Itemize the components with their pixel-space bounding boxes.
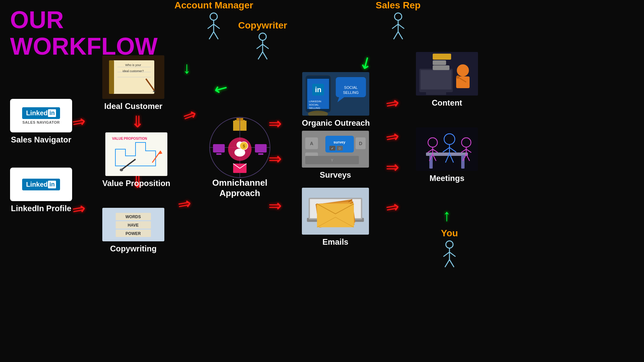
account-manager-figure xyxy=(204,12,224,42)
ideal-customer-card: Who is your ideal customer? Ideal Custom… xyxy=(102,55,164,111)
svg-text:SOCIAL: SOCIAL xyxy=(344,85,358,89)
svg-point-41 xyxy=(120,169,123,171)
svg-line-16 xyxy=(393,32,398,40)
sales-rep-label: Sales Rep xyxy=(376,0,421,11)
copywriting-image: WORDS HAVE POWER xyxy=(102,208,164,241)
svg-rect-115 xyxy=(461,155,465,169)
svg-text:HAVE: HAVE xyxy=(128,223,139,228)
red-arrow-organic-content: ⇒ xyxy=(384,93,400,114)
you-figure xyxy=(439,240,460,270)
sales-navigator-image: Linked in SALES NAVIGATOR xyxy=(10,99,72,132)
red-arrow-organic-survey: ⇒ xyxy=(384,126,400,147)
value-proposition-label: Value Proposition xyxy=(102,179,170,188)
svg-line-8 xyxy=(257,44,263,49)
svg-point-105 xyxy=(457,64,469,76)
copywriting-card: WORDS HAVE POWER Copywriting xyxy=(102,208,164,253)
svg-rect-26 xyxy=(109,60,114,94)
linkedin-profile-image: Linked in xyxy=(10,168,72,201)
svg-text:survey: survey xyxy=(333,140,345,144)
svg-line-10 xyxy=(258,52,263,60)
linkedin-profile-label: LinkedIn Profile xyxy=(11,204,71,213)
green-arrow-copy: ↙ xyxy=(211,77,232,100)
green-arrow-salesrep: ↙ xyxy=(355,51,376,74)
svg-point-6 xyxy=(259,33,266,41)
svg-text:SOCIAL: SOCIAL xyxy=(309,103,319,106)
svg-text:ideal customer?: ideal customer? xyxy=(122,69,144,73)
svg-line-20 xyxy=(443,252,449,257)
svg-text:PROPOSITION: PROPOSITION xyxy=(124,137,147,140)
surveys-label: Surveys xyxy=(320,170,351,180)
sales-rep-person: Sales Rep xyxy=(376,0,421,42)
svg-rect-62 xyxy=(255,144,267,153)
svg-line-11 xyxy=(263,52,267,60)
svg-point-12 xyxy=(394,13,402,20)
svg-text:POWER: POWER xyxy=(125,231,141,236)
green-arrow-account: ↓ xyxy=(183,59,191,77)
svg-line-9 xyxy=(263,44,269,49)
organic-outreach-image: in LINKEDIN SOCIAL SELLING SOCIAL SELLIN… xyxy=(302,72,369,116)
you-label: You xyxy=(441,228,458,239)
svg-line-3 xyxy=(214,24,220,29)
meetings-card: Meetings xyxy=(416,127,478,183)
svg-text:WORDS: WORDS xyxy=(125,215,141,219)
svg-rect-104 xyxy=(426,92,446,95)
meetings-label: Meetings xyxy=(429,174,464,183)
svg-point-111 xyxy=(456,75,460,79)
sales-navigator-label: Sales Navigator xyxy=(11,135,71,144)
copywriter-figure xyxy=(253,32,273,62)
sales-rep-figure xyxy=(388,12,408,42)
svg-text:D: D xyxy=(339,147,341,150)
value-proposition-card: VALUE PROPOSITION Value Proposition xyxy=(102,132,170,188)
emails-label: Emails xyxy=(322,237,348,247)
red-arrow-email-right: ⇒ xyxy=(384,197,400,218)
title-line1: OUR xyxy=(10,7,158,33)
emails-image xyxy=(302,188,369,235)
svg-line-15 xyxy=(398,24,404,29)
content-card: Content xyxy=(416,52,478,108)
svg-text:VALUE: VALUE xyxy=(112,137,123,140)
value-proposition-image: VALUE PROPOSITION xyxy=(105,132,167,176)
ideal-customer-label: Ideal Customer xyxy=(104,102,162,111)
omnichannel-image: $ xyxy=(206,114,273,181)
organic-outreach-label: Organic Outreach xyxy=(302,118,370,128)
copywriting-label: Copywriting xyxy=(110,244,157,253)
page-title: OUR WORKFLOW xyxy=(10,7,158,60)
svg-text:Who is your: Who is your xyxy=(125,63,141,67)
svg-line-5 xyxy=(214,32,218,40)
svg-line-22 xyxy=(445,260,450,267)
svg-text:SELLING: SELLING xyxy=(343,90,359,95)
svg-point-18 xyxy=(446,241,453,248)
svg-rect-60 xyxy=(213,144,225,153)
surveys-card: A survey ✓ D D Y Surveys xyxy=(302,131,369,180)
svg-point-0 xyxy=(210,13,218,20)
copywriter-label: Copywriter xyxy=(238,20,287,31)
svg-rect-63 xyxy=(258,153,263,155)
red-arrow-idealdown: ⇓ xyxy=(131,112,144,131)
red-arrow-ideal-right: ⇒ xyxy=(180,104,199,126)
svg-text:SELLING: SELLING xyxy=(309,107,320,110)
svg-text:in: in xyxy=(315,85,322,94)
sales-navigator-card: Linked in SALES NAVIGATOR Sales Navigato… xyxy=(10,99,72,144)
red-arrow-liprofile: ⇒ xyxy=(70,198,87,219)
svg-rect-107 xyxy=(433,54,451,60)
svg-text:D: D xyxy=(359,141,362,146)
svg-line-2 xyxy=(208,24,214,29)
svg-text:LINKEDIN: LINKEDIN xyxy=(309,100,321,103)
linkedin-profile-card: Linked in LinkedIn Profile xyxy=(10,168,72,213)
ideal-customer-image: Who is your ideal customer? xyxy=(102,55,164,99)
copywriter-person: Copywriter xyxy=(238,20,287,62)
meetings-image xyxy=(416,127,478,171)
svg-line-21 xyxy=(449,252,455,257)
svg-line-4 xyxy=(209,32,214,40)
green-arrow-you: ↑ xyxy=(443,206,451,225)
svg-text:Y: Y xyxy=(331,159,333,162)
svg-rect-108 xyxy=(433,60,446,65)
content-label: Content xyxy=(432,98,462,108)
omnichannel-label: OmnichannelApproach xyxy=(212,178,268,198)
svg-text:$: $ xyxy=(243,143,245,148)
svg-rect-98 xyxy=(317,204,354,227)
emails-card: Emails xyxy=(302,188,369,247)
svg-text:✓: ✓ xyxy=(331,147,334,150)
svg-rect-61 xyxy=(216,153,221,155)
svg-line-23 xyxy=(449,260,454,267)
